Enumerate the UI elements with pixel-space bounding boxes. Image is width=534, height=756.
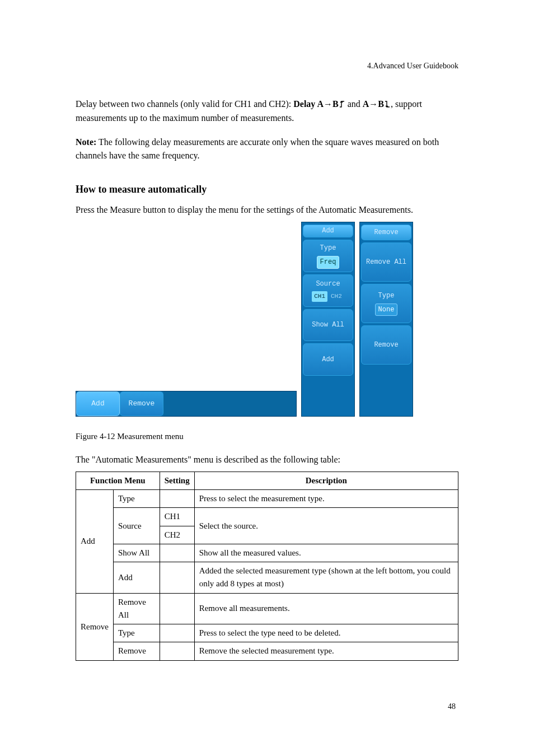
vmenu-add-type-button[interactable]: Type Freq xyxy=(303,240,353,272)
cell-source-ch2: CH2 xyxy=(160,526,194,544)
source-segmented: CH1 CH2 xyxy=(312,291,344,302)
cell-showall: Show All xyxy=(114,544,160,562)
source-ch2[interactable]: CH2 xyxy=(329,291,344,302)
howto-para: Press the Measure button to display the … xyxy=(76,203,458,217)
cell-type-desc: Press to select the measurement type. xyxy=(194,490,458,508)
cell-remove-type-desc: Press to select the type need to be dele… xyxy=(194,624,458,642)
hmenu-add-button[interactable]: Add xyxy=(76,391,120,416)
cell-removeall-setting xyxy=(160,593,194,624)
vmenu-remove-head: Remove xyxy=(361,225,411,240)
cell-source: Source xyxy=(114,508,160,544)
menu-screenshots: Add Remove Add Type Freq Source CH1 CH2 xyxy=(76,222,458,417)
cell-type-setting xyxy=(160,490,194,508)
cell-source-desc: Select the source. xyxy=(194,508,458,544)
vmenu-add: Add Type Freq Source CH1 CH2 Show All Ad… xyxy=(301,222,355,417)
hmenu-spacer xyxy=(163,391,296,416)
type-label: Type xyxy=(320,243,336,254)
vmenu-add-source-button[interactable]: Source CH1 CH2 xyxy=(303,274,353,307)
vmenu-add-showall-button[interactable]: Show All xyxy=(303,309,353,342)
source-label: Source xyxy=(316,279,340,290)
page-number: 48 xyxy=(448,702,456,711)
hmenu-remove-button[interactable]: Remove xyxy=(120,391,163,416)
vmenu-remove-removeall-button[interactable]: Remove All xyxy=(361,242,411,282)
cell-add2-setting xyxy=(160,562,194,594)
vmenu-add-add-button[interactable]: Add xyxy=(303,343,353,376)
hmenu: Add Remove xyxy=(76,391,297,417)
cell-showall-setting xyxy=(160,544,194,562)
fall-edge-icon xyxy=(384,100,391,108)
cell-showall-desc: Show all the measured values. xyxy=(194,544,458,562)
cell-remove-type: Type xyxy=(114,624,160,642)
cell-add-group: Add xyxy=(76,490,114,594)
rise-edge-icon xyxy=(339,100,345,108)
type-value: Freq xyxy=(317,256,340,269)
cell-add2-desc: Added the selected measurement type (sho… xyxy=(194,562,458,594)
cell-remove2-setting xyxy=(160,642,194,660)
cell-remove-group: Remove xyxy=(76,593,114,660)
th-desc: Description xyxy=(194,472,458,489)
page-header: 4.Advanced User Guidebook xyxy=(76,62,458,71)
cell-remove2-desc: Remove the selected measurement type. xyxy=(194,642,458,660)
note: Note: The following delay measurements a… xyxy=(76,136,458,164)
remove-type-label: Type xyxy=(378,291,395,301)
cell-remove2: Remove xyxy=(114,642,160,660)
delay-para: Delay between two channels (only valid f… xyxy=(76,97,458,125)
cell-removeall-desc: Remove all measurements. xyxy=(194,593,458,624)
cell-add2: Add xyxy=(114,562,160,594)
remove-type-value: None xyxy=(375,304,398,316)
vmenu-remove: Remove Remove All Type None Remove xyxy=(359,222,413,417)
source-ch1[interactable]: CH1 xyxy=(312,291,327,302)
vmenu-remove-remove-button[interactable]: Remove xyxy=(361,325,411,365)
cell-source-ch1: CH1 xyxy=(160,508,194,526)
cell-remove-type-setting xyxy=(160,624,194,642)
table-caption: The "Automatic Measurements" menu is des… xyxy=(76,453,458,467)
vmenu-add-head: Add xyxy=(303,225,353,237)
cell-removeall: Remove All xyxy=(114,593,160,624)
section-heading: How to measure automatically xyxy=(76,182,458,198)
cell-type: Type xyxy=(114,490,160,508)
figure-caption: Figure 4-12 Measurement menu xyxy=(76,430,458,443)
vmenu-remove-type-button[interactable]: Type None xyxy=(361,284,411,323)
th-setting: Setting xyxy=(160,472,194,489)
auto-measure-table: Function Menu Setting Description Add Ty… xyxy=(76,472,458,661)
th-function: Function Menu xyxy=(76,472,160,489)
